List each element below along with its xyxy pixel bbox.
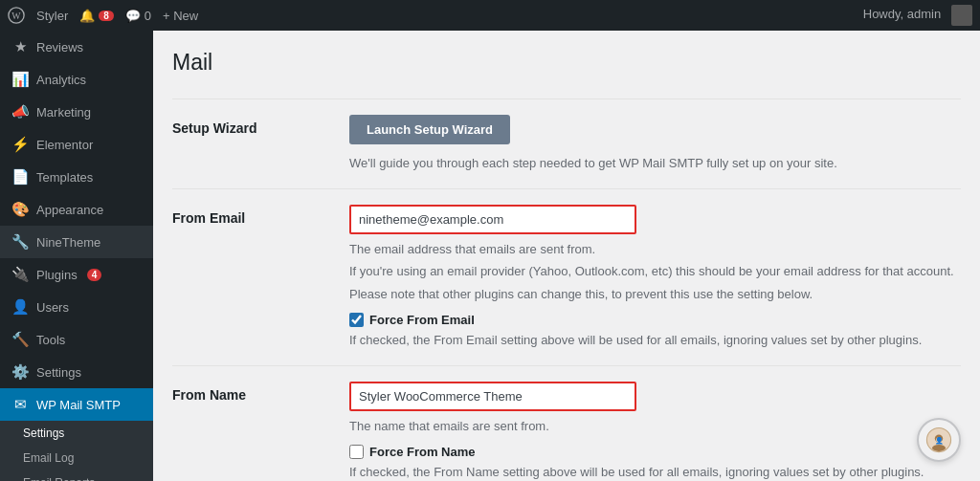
from-email-desc-2: If you're using an email provider (Yahoo… bbox=[349, 262, 961, 281]
force-from-name-checkbox[interactable] bbox=[349, 445, 364, 459]
sidebar-item-templates[interactable]: 📄 Templates bbox=[0, 161, 153, 193]
from-email-content: The email address that emails are sent f… bbox=[349, 205, 961, 350]
sidebar-item-label: Templates bbox=[36, 170, 93, 185]
setup-wizard-label: Setup Wizard bbox=[172, 115, 349, 136]
submenu-label: Email Reports bbox=[23, 476, 95, 481]
setup-wizard-content: Launch Setup Wizard We'll guide you thro… bbox=[349, 115, 961, 173]
site-name[interactable]: Styler bbox=[36, 9, 68, 23]
force-from-email-checkbox[interactable] bbox=[349, 313, 364, 327]
from-name-desc: The name that emails are sent from. bbox=[349, 417, 961, 436]
sidebar-item-reviews[interactable]: ★ Reviews bbox=[0, 31, 153, 63]
comments-link[interactable]: 💬 0 bbox=[125, 9, 151, 23]
updates-count[interactable]: 🔔 8 bbox=[79, 9, 114, 23]
howdy-text: Howdy, admin bbox=[863, 5, 972, 26]
sidebar-item-label: Settings bbox=[36, 365, 81, 380]
setup-wizard-description: We'll guide you through each step needed… bbox=[349, 154, 961, 173]
sidebar-item-label: Appearance bbox=[36, 203, 103, 217]
force-from-email-label: Force From Email bbox=[369, 313, 475, 327]
svg-text:👤: 👤 bbox=[935, 436, 944, 445]
analytics-icon: 📊 bbox=[11, 71, 29, 88]
sidebar-item-settings[interactable]: ⚙️ Settings bbox=[0, 356, 153, 388]
force-from-name-label: Force From Name bbox=[369, 445, 476, 459]
sidebar-item-label: Marketing bbox=[36, 105, 91, 120]
appearance-icon: 🎨 bbox=[11, 201, 29, 218]
submenu-email-log[interactable]: Email Log bbox=[0, 446, 153, 470]
plugins-badge: 4 bbox=[87, 269, 102, 281]
wp-logo[interactable]: W bbox=[8, 7, 25, 24]
ninetheme-icon: 🔧 bbox=[11, 233, 29, 251]
marketing-icon: 📣 bbox=[11, 103, 29, 120]
from-email-label: From Email bbox=[172, 205, 349, 226]
from-name-input[interactable] bbox=[349, 382, 636, 411]
sidebar-item-tools[interactable]: 🔨 Tools bbox=[0, 323, 153, 356]
new-content-button[interactable]: + New bbox=[163, 9, 198, 23]
sidebar-item-label: Users bbox=[36, 300, 69, 315]
users-icon: 👤 bbox=[11, 298, 29, 316]
plugins-icon: 🔌 bbox=[11, 266, 29, 283]
sidebar-item-label: Tools bbox=[36, 333, 65, 347]
tools-icon: 🔨 bbox=[11, 331, 29, 348]
submenu-label: Email Log bbox=[23, 451, 74, 465]
sidebar-item-analytics[interactable]: 📊 Analytics bbox=[0, 63, 153, 96]
sidebar-item-appearance[interactable]: 🎨 Appearance bbox=[0, 193, 153, 226]
from-name-section: From Name The name that emails are sent … bbox=[172, 365, 961, 482]
sidebar-item-ninetheme[interactable]: 🔧 NineTheme bbox=[0, 226, 153, 258]
from-email-input[interactable] bbox=[349, 205, 636, 234]
sidebar-item-label: WP Mail SMTP bbox=[36, 398, 121, 412]
sidebar-item-label: Elementor bbox=[36, 138, 93, 152]
from-name-label: From Name bbox=[172, 382, 349, 403]
sidebar-item-label: Plugins bbox=[36, 268, 78, 282]
elementor-icon: ⚡ bbox=[11, 136, 29, 153]
sidebar-item-label: NineTheme bbox=[36, 235, 100, 250]
main-content: Mail Setup Wizard Launch Setup Wizard We… bbox=[153, 31, 980, 481]
svg-text:W: W bbox=[11, 11, 21, 21]
sidebar-item-wpmailsmtp[interactable]: ✉ WP Mail SMTP bbox=[0, 388, 153, 421]
from-email-section: From Email The email address that emails… bbox=[172, 188, 961, 365]
sidebar-item-users[interactable]: 👤 Users bbox=[0, 291, 153, 323]
submenu-settings[interactable]: Settings bbox=[0, 421, 153, 446]
force-from-name-description: If checked, the From Name setting above … bbox=[349, 463, 961, 481]
force-from-name-row: Force From Name bbox=[349, 445, 961, 459]
from-name-content: The name that emails are sent from. Forc… bbox=[349, 382, 961, 482]
page-title: Mail bbox=[172, 50, 961, 76]
setup-wizard-section: Setup Wizard Launch Setup Wizard We'll g… bbox=[172, 98, 961, 188]
wpmailsmtp-submenu: Settings Email Log Email Reports Tools A… bbox=[0, 421, 153, 481]
force-from-email-row: Force From Email bbox=[349, 313, 961, 327]
submenu-email-reports[interactable]: Email Reports bbox=[0, 470, 153, 481]
templates-icon: 📄 bbox=[11, 168, 29, 186]
reviews-icon: ★ bbox=[11, 38, 29, 55]
admin-bar: W Styler 🔔 8 💬 0 + New Howdy, admin bbox=[0, 0, 980, 31]
sidebar-item-label: Analytics bbox=[36, 73, 86, 87]
sidebar-item-marketing[interactable]: 📣 Marketing bbox=[0, 96, 153, 128]
submenu-label: Settings bbox=[23, 426, 64, 440]
admin-sidebar: ★ Reviews 📊 Analytics 📣 Marketing ⚡ Elem… bbox=[0, 31, 153, 481]
help-button[interactable]: 👤 bbox=[917, 418, 961, 462]
settings-icon: ⚙️ bbox=[11, 363, 29, 381]
sidebar-item-plugins[interactable]: 🔌 Plugins 4 bbox=[0, 258, 153, 291]
force-from-email-description: If checked, the From Email setting above… bbox=[349, 331, 961, 350]
sidebar-item-elementor[interactable]: ⚡ Elementor bbox=[0, 128, 153, 161]
from-email-desc-1: The email address that emails are sent f… bbox=[349, 240, 961, 259]
svg-point-4 bbox=[932, 445, 946, 451]
launch-setup-wizard-button[interactable]: Launch Setup Wizard bbox=[349, 115, 510, 144]
sidebar-item-label: Reviews bbox=[36, 40, 83, 55]
wpmailsmtp-icon: ✉ bbox=[11, 396, 29, 413]
from-email-desc-3: Please note that other plugins can chang… bbox=[349, 285, 961, 304]
